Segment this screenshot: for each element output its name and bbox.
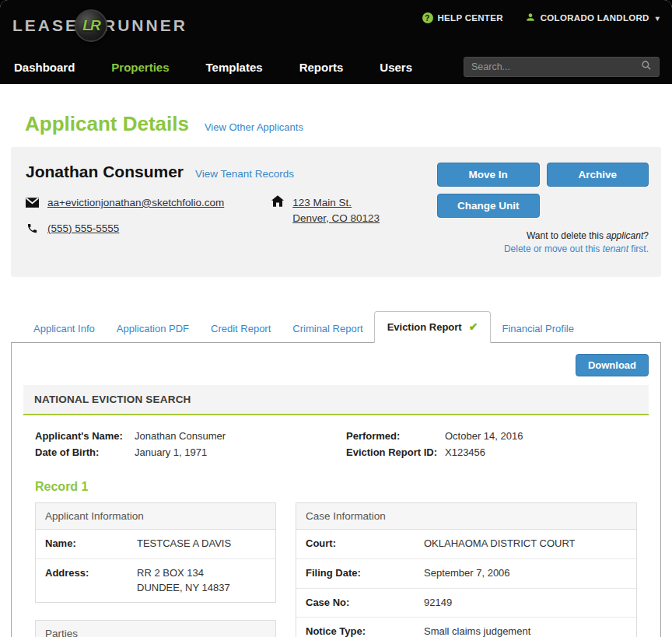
nav-dashboard[interactable]: Dashboard — [14, 61, 75, 74]
parties-table: Parties Plaintiff: PROPERTY MGMT SERVICE… — [35, 620, 276, 637]
applicant-card: Jonathan Consumer View Tenant Records aa… — [11, 147, 661, 277]
phone-icon — [26, 222, 39, 234]
account-menu[interactable]: COLORADO LANDLORD ▾ — [525, 12, 660, 24]
help-center-label: HELP CENTER — [438, 13, 503, 23]
help-icon: ? — [422, 12, 433, 23]
main-nav: Dashboard Properties Templates Reports U… — [12, 61, 412, 74]
tab-credit-report[interactable]: Credit Report — [200, 315, 282, 342]
summary-performed: Performed: October 14, 2016 — [346, 429, 523, 443]
nav-users[interactable]: Users — [380, 61, 412, 74]
delete-tenant-link[interactable]: Delete or move out this tenant first. — [437, 243, 649, 256]
help-center-link[interactable]: ? HELP CENTER — [422, 12, 503, 23]
user-icon — [525, 12, 536, 24]
applicant-address-line2-link[interactable]: Denver, CO 80123 — [292, 212, 380, 224]
summary-applicant-name: Applicant's Name: Jonathan Consumer — [35, 429, 346, 443]
tab-eviction-report[interactable]: Eviction Report ✔ — [374, 311, 492, 343]
record-title: Record 1 — [35, 480, 637, 494]
table-row: Filing Date: September 7, 2006 — [296, 559, 636, 589]
page-title: Applicant Details — [25, 112, 189, 136]
tab-application-pdf[interactable]: Application PDF — [106, 315, 200, 342]
search-input[interactable] — [471, 61, 641, 72]
logo-badge-icon: LR — [75, 9, 107, 42]
applicant-information-table: Applicant Information Name: TESTCASE A D… — [35, 502, 276, 604]
view-other-applicants-link[interactable]: View Other Applicants — [205, 121, 303, 133]
tab-financial-profile[interactable]: Financial Profile — [491, 315, 585, 342]
summary-report-id: Eviction Report ID: X123456 — [346, 446, 523, 460]
view-tenant-records-link[interactable]: View Tenant Records — [195, 168, 294, 180]
main-content: Applicant Details View Other Applicants … — [0, 112, 672, 637]
table-row: Notice Type: Small claims judgement — [296, 618, 636, 637]
summary-date-of-birth: Date of Birth: January 1, 1971 — [35, 446, 346, 460]
case-information-table: Case Information Court: OKLAHAOMA DISTRI… — [296, 502, 637, 637]
search-icon[interactable] — [641, 60, 652, 74]
table-row: Address: RR 2 BOX 134DUNDEE, NY 14837 — [36, 559, 275, 603]
move-in-button[interactable]: Move In — [437, 163, 540, 187]
delete-note-line1: Want to delete this applicant? — [437, 229, 649, 243]
table-row: Case No: 92149 — [296, 589, 636, 618]
applicant-email-link[interactable]: aa+evictionjonathan@sketchfolio.com — [47, 195, 224, 211]
table-title: Applicant Information — [36, 503, 275, 530]
logo-runner-text: RUNNER — [103, 16, 187, 35]
eviction-report-panel: Download NATIONAL EVICTION SEARCH Applic… — [11, 342, 661, 637]
section-title: NATIONAL EVICTION SEARCH — [23, 385, 649, 415]
checkmark-icon: ✔ — [469, 321, 478, 332]
leaserunner-logo[interactable]: LEASE LR RUNNER — [12, 9, 187, 42]
top-header: LEASE LR RUNNER ? HELP CENTER COLORADO L… — [0, 0, 672, 84]
home-icon — [271, 195, 284, 207]
change-unit-button[interactable]: Change Unit — [437, 194, 540, 218]
report-summary: Applicant's Name: Jonathan Consumer Date… — [35, 429, 637, 460]
applicant-address-line1-link[interactable]: 123 Main St. — [292, 197, 352, 208]
archive-button[interactable]: Archive — [547, 163, 649, 187]
table-row: Name: TESTCASE A DAVIS — [36, 530, 275, 559]
tab-applicant-info[interactable]: Applicant Info — [23, 315, 106, 342]
chevron-down-icon: ▾ — [656, 14, 660, 23]
table-title: Case Information — [296, 503, 636, 530]
applicant-phone-link[interactable]: (555) 555-5555 — [47, 221, 119, 236]
delete-note: Want to delete this applicant? Delete or… — [437, 229, 649, 257]
nav-reports[interactable]: Reports — [299, 61, 344, 74]
tab-criminal-report[interactable]: Criminal Report — [282, 315, 373, 342]
logo-lease-text: LEASE — [12, 16, 79, 35]
report-tabs: Applicant Info Application PDF Credit Re… — [11, 311, 661, 342]
download-button[interactable]: Download — [576, 354, 649, 376]
nav-properties[interactable]: Properties — [111, 61, 169, 74]
envelope-icon — [26, 198, 39, 208]
account-name-label: COLORADO LANDLORD — [541, 13, 649, 23]
table-row: Court: OKLAHAOMA DISTRICT COURT — [296, 530, 636, 559]
nav-templates[interactable]: Templates — [206, 61, 263, 74]
applicant-name: Jonathan Consumer — [26, 163, 184, 181]
global-search — [464, 57, 660, 77]
table-title: Parties — [36, 621, 275, 637]
app-window: LEASE LR RUNNER ? HELP CENTER COLORADO L… — [0, 0, 672, 637]
